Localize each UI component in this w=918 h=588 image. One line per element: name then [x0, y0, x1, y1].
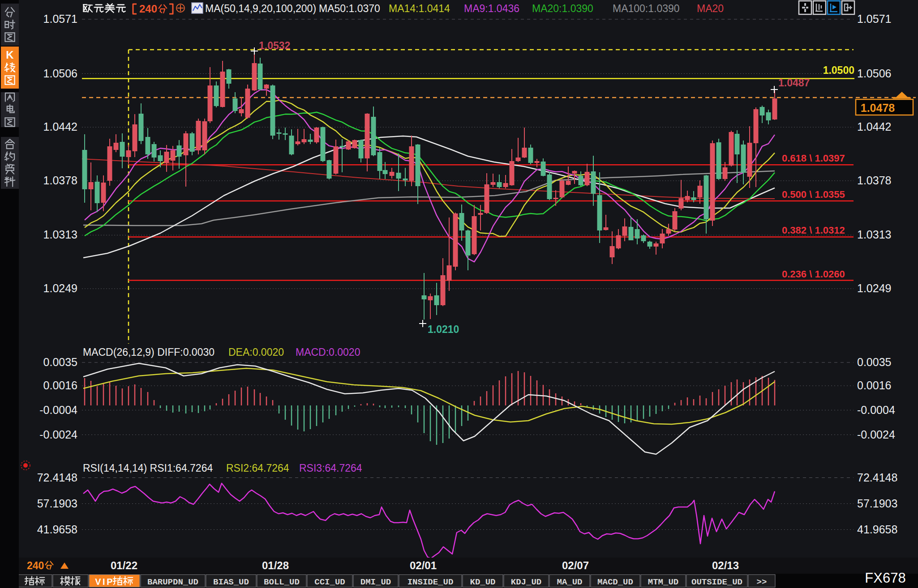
svg-text:41.9658: 41.9658: [857, 523, 897, 536]
svg-text:DMI_UD: DMI_UD: [360, 577, 391, 587]
svg-text:-0.0004: -0.0004: [857, 404, 895, 416]
svg-text:1.0249: 1.0249: [43, 282, 77, 294]
svg-text:1.0532: 1.0532: [259, 40, 290, 51]
svg-text:1.0249: 1.0249: [857, 282, 891, 294]
svg-text:1.0313: 1.0313: [857, 228, 891, 241]
svg-text:41.9658: 41.9658: [37, 523, 77, 536]
svg-text:MTM_UD: MTM_UD: [648, 577, 678, 587]
svg-text:1.0506: 1.0506: [43, 67, 77, 80]
svg-text:RSI(14,14,14) RSI1:64.7264: RSI(14,14,14) RSI1:64.7264: [83, 462, 213, 474]
svg-text:1.0571: 1.0571: [857, 13, 891, 25]
svg-text:KDJ_UD: KDJ_UD: [511, 577, 541, 587]
svg-text:K: K: [6, 49, 14, 61]
svg-text:MA_UD: MA_UD: [557, 577, 582, 587]
svg-text:0.0016: 0.0016: [857, 379, 891, 392]
svg-text:0.0035: 0.0035: [857, 356, 891, 368]
svg-text:-0.0024: -0.0024: [857, 428, 895, 441]
svg-text:0.236 \ 1.0260: 0.236 \ 1.0260: [782, 268, 845, 280]
svg-text:-0.0024: -0.0024: [39, 428, 77, 441]
svg-text:MA20:1.0390: MA20:1.0390: [532, 3, 593, 14]
svg-text:-0.0004: -0.0004: [39, 404, 77, 416]
svg-text:02/13: 02/13: [712, 559, 739, 571]
svg-text:RSI2:64.7264: RSI2:64.7264: [226, 462, 289, 474]
svg-text:1.0478: 1.0478: [861, 102, 895, 114]
svg-text:V: V: [95, 577, 101, 587]
svg-text:1.0442: 1.0442: [43, 120, 77, 133]
svg-text:BARUPDN_UD: BARUPDN_UD: [147, 577, 198, 587]
svg-text:DEA:0.0020: DEA:0.0020: [228, 346, 284, 358]
svg-text:MACD(26,12,9) DIFF:0.0030: MACD(26,12,9) DIFF:0.0030: [83, 346, 214, 358]
svg-text:MA(50,14,9,20,100,200): MA(50,14,9,20,100,200): [205, 3, 316, 14]
svg-text:MA9:1.0436: MA9:1.0436: [464, 3, 519, 14]
svg-text:FX678: FX678: [865, 570, 905, 586]
svg-text:1.0378: 1.0378: [857, 174, 891, 187]
svg-text:INSIDE_UD: INSIDE_UD: [408, 577, 454, 587]
svg-text:MA100:1.0390: MA100:1.0390: [613, 3, 680, 14]
svg-text:240: 240: [139, 3, 157, 15]
svg-text:57.1903: 57.1903: [37, 497, 77, 510]
svg-text:I: I: [103, 577, 105, 587]
svg-text:1.0487: 1.0487: [778, 77, 810, 89]
svg-text:MA14:1.0414: MA14:1.0414: [389, 3, 450, 14]
svg-text:1.0210: 1.0210: [428, 324, 459, 335]
svg-text:P: P: [107, 577, 112, 587]
svg-text:0.0035: 0.0035: [43, 356, 77, 368]
svg-text:OUTSIDE_UD: OUTSIDE_UD: [691, 577, 742, 587]
svg-text:RSI3:64.7264: RSI3:64.7264: [299, 462, 362, 474]
svg-text:0.382 \ 1.0312: 0.382 \ 1.0312: [782, 225, 845, 236]
svg-text:1.0500: 1.0500: [823, 64, 854, 76]
svg-text:0.500 \ 1.0355: 0.500 \ 1.0355: [782, 189, 845, 200]
svg-text:01/22: 01/22: [111, 559, 137, 571]
svg-text:1.0313: 1.0313: [43, 228, 77, 241]
svg-text:0.0016: 0.0016: [43, 379, 77, 392]
svg-text:CCI_UD: CCI_UD: [314, 577, 345, 587]
svg-text:KD_UD: KD_UD: [470, 577, 495, 587]
svg-text:>>: >>: [757, 577, 767, 587]
svg-text:240: 240: [27, 560, 44, 571]
svg-text:1.0571: 1.0571: [43, 13, 77, 25]
svg-text:0.618 \ 1.0397: 0.618 \ 1.0397: [782, 153, 845, 164]
svg-text:MA50:1.0370: MA50:1.0370: [319, 3, 380, 14]
svg-text:02/07: 02/07: [562, 559, 589, 571]
svg-text:MA20: MA20: [697, 3, 724, 14]
svg-text:57.1903: 57.1903: [857, 497, 897, 510]
svg-text:1.0506: 1.0506: [857, 67, 891, 80]
svg-text:02/01: 02/01: [410, 559, 437, 571]
svg-text:01/28: 01/28: [262, 559, 289, 571]
svg-text:1.0442: 1.0442: [857, 120, 891, 133]
svg-text:72.4148: 72.4148: [857, 471, 897, 484]
svg-text:1.0378: 1.0378: [43, 174, 77, 187]
svg-text:MACD:0.0020: MACD:0.0020: [296, 346, 360, 358]
svg-text:BIAS_UD: BIAS_UD: [213, 577, 249, 587]
svg-text:MACD_UD: MACD_UD: [597, 577, 633, 587]
svg-text:BOLL_UD: BOLL_UD: [264, 577, 300, 587]
svg-text:72.4148: 72.4148: [37, 471, 77, 484]
